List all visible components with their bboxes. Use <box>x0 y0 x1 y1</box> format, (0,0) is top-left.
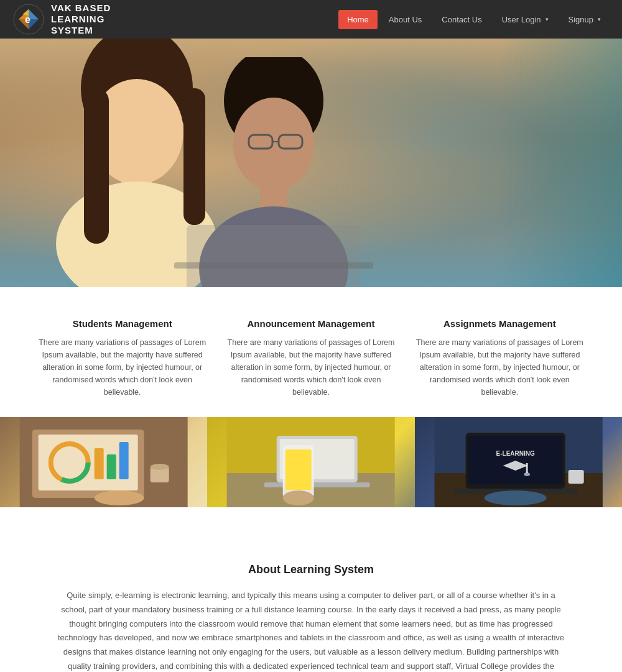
svg-point-40 <box>283 490 314 505</box>
brand: e VAK BASED LEARNING SYSTEM <box>12 2 111 36</box>
feature-announcements-desc: There are many variations of passages of… <box>226 336 396 398</box>
phone-laptop-illustration <box>207 417 414 507</box>
svg-point-31 <box>151 464 169 470</box>
nav-user-login[interactable]: User Login ▾ <box>493 10 557 29</box>
svg-rect-48 <box>526 463 527 473</box>
feature-images: E-LEARNING <box>0 417 622 507</box>
brand-line2: LEARNING <box>51 14 111 25</box>
feature-students-desc: There are many variations of passages of… <box>37 336 207 398</box>
user-login-caret-icon: ▾ <box>545 16 549 22</box>
feature-image-3: E-LEARNING <box>415 417 622 507</box>
svg-rect-28 <box>107 454 116 479</box>
about-body: Quite simply, e-learning is electronic l… <box>56 589 566 672</box>
svg-point-49 <box>524 472 530 476</box>
hero-desk <box>124 213 435 287</box>
feature-assignments-desc: There are many variations of passages of… <box>415 336 585 398</box>
svg-text:E-LEARNING: E-LEARNING <box>496 450 534 457</box>
svg-rect-45 <box>468 436 562 484</box>
nav-links: Home About Us Contact Us User Login ▾ Si… <box>338 10 610 29</box>
nav-home[interactable]: Home <box>338 10 378 29</box>
navbar: e VAK BASED LEARNING SYSTEM Home About U… <box>0 0 622 39</box>
brand-line3: SYSTEM <box>51 25 111 36</box>
svg-point-32 <box>95 490 144 505</box>
hero-section <box>0 39 622 287</box>
signup-caret-icon: ▾ <box>598 16 601 22</box>
svg-rect-27 <box>95 448 104 479</box>
svg-rect-37 <box>264 482 370 487</box>
feature-announcements: Announcement Management There are many v… <box>226 318 396 398</box>
svg-rect-51 <box>568 470 583 484</box>
svg-rect-21 <box>174 262 373 269</box>
svg-rect-29 <box>119 442 129 479</box>
feature-assignments: Assignmets Management There are many var… <box>415 318 585 398</box>
feature-announcements-title: Announcement Management <box>226 318 396 329</box>
feature-assignments-title: Assignmets Management <box>415 318 585 329</box>
svg-rect-20 <box>187 225 361 287</box>
nav-contact[interactable]: Contact Us <box>433 10 490 29</box>
feature-image-2 <box>207 417 414 507</box>
features-section: Students Management There are many varia… <box>0 287 622 532</box>
features-grid: Students Management There are many varia… <box>37 318 585 398</box>
about-section: About Learning System Quite simply, e-le… <box>0 532 622 672</box>
feature-students-title: Students Management <box>37 318 207 329</box>
brand-line1: VAK BASED <box>51 2 111 14</box>
feature-students: Students Management There are many varia… <box>37 318 207 398</box>
nav-about[interactable]: About Us <box>380 10 430 29</box>
elearning-illustration: E-LEARNING <box>415 417 622 507</box>
laptop-chart-illustration <box>0 417 207 507</box>
about-title: About Learning System <box>37 563 585 576</box>
svg-rect-11 <box>84 88 109 244</box>
feature-image-1 <box>0 417 207 507</box>
brand-text: VAK BASED LEARNING SYSTEM <box>51 2 111 36</box>
svg-text:e: e <box>25 14 30 25</box>
nav-signup[interactable]: Signup ▾ <box>560 10 610 29</box>
svg-rect-39 <box>285 449 312 490</box>
svg-point-52 <box>484 490 546 505</box>
logo-icon: e <box>12 3 45 35</box>
